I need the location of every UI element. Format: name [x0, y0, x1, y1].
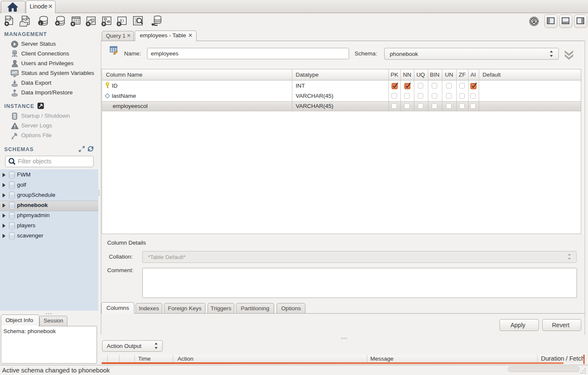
- svg-text:SQL: SQL: [22, 18, 29, 21]
- svg-text:SQL: SQL: [6, 18, 12, 21]
